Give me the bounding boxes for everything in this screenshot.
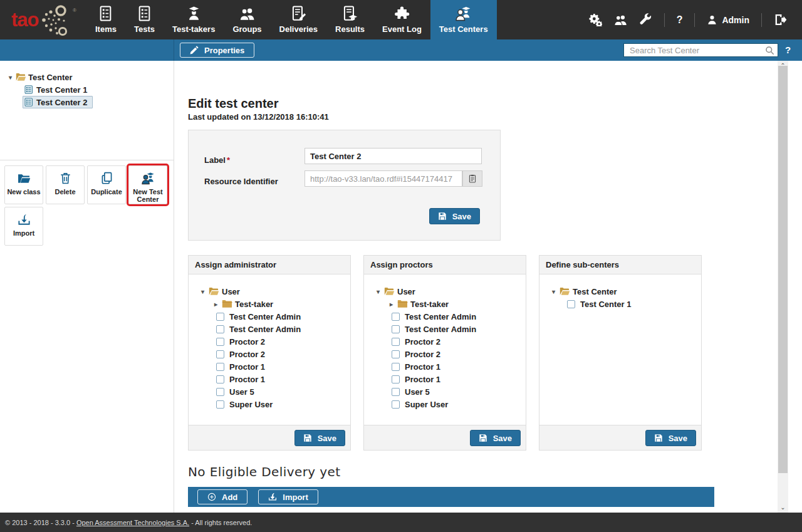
form-save-label: Save (452, 212, 471, 221)
tree-node-test-center[interactable]: ▾ Test Center (0, 71, 174, 83)
user-option-row[interactable]: Proctor 1 (216, 360, 350, 373)
nav-test-takers-label: Test-takers (172, 24, 215, 34)
nav-test-takers[interactable]: Test-takers (164, 0, 224, 39)
user-management-icon[interactable] (614, 13, 627, 26)
checkbox[interactable] (392, 375, 400, 383)
new-test-center-button[interactable]: New Test Center (128, 165, 167, 204)
nav-deliveries[interactable]: Deliveries (271, 0, 326, 39)
footer-company-link[interactable]: Open Assessment Technologies S.A. (76, 519, 189, 526)
user-option-row[interactable]: Proctor 2 (392, 335, 526, 348)
tree-node-test-center[interactable]: ▾ Test Center (550, 285, 701, 298)
checkbox[interactable] (216, 338, 224, 346)
tree-node-test-center-1[interactable]: Test Center 1 (23, 83, 93, 96)
checkbox[interactable] (567, 300, 575, 308)
checkbox[interactable] (216, 388, 224, 396)
user-option-row[interactable]: Proctor 2 (216, 335, 350, 348)
user-option-row[interactable]: Test Center Admin (392, 310, 526, 323)
assign-proctors-save-button[interactable]: Save (470, 430, 521, 446)
caret-down-icon[interactable]: ▾ (199, 288, 206, 295)
scroll-down-arrow-icon[interactable]: ⌄ (778, 503, 788, 511)
save-icon (438, 212, 447, 221)
define-sub-centers-save-button[interactable]: Save (645, 430, 696, 446)
nav-groups[interactable]: Groups (224, 0, 270, 39)
duplicate-button[interactable]: Duplicate (87, 165, 126, 204)
scrollbar-thumb[interactable] (778, 66, 788, 473)
properties-button[interactable]: Properties (180, 43, 254, 58)
import-label: Import (13, 229, 34, 237)
user-option-row[interactable]: Proctor 1 (392, 360, 526, 373)
assign-administrator-save-button[interactable]: Save (294, 430, 345, 446)
checkbox[interactable] (392, 388, 400, 396)
checkbox[interactable] (216, 400, 224, 409)
user-option-row[interactable]: Super User (392, 398, 526, 410)
user-account-menu[interactable]: Admin (707, 14, 749, 25)
eligible-delivery-heading: No Eligible Delivery yet (188, 464, 340, 479)
import-button[interactable]: Import (4, 207, 43, 246)
checkbox[interactable] (216, 325, 224, 333)
sub-center-option-row[interactable]: Test Center 1 (567, 298, 701, 310)
form-save-button[interactable]: Save (429, 208, 480, 224)
nav-items[interactable]: Items (86, 0, 125, 39)
caret-right-icon[interactable]: ▸ (212, 301, 219, 308)
nav-results-label: Results (335, 24, 365, 34)
user-option-row[interactable]: Proctor 2 (392, 348, 526, 360)
user-option-row[interactable]: Test Center Admin (216, 310, 350, 323)
checkbox[interactable] (392, 400, 400, 409)
checkbox[interactable] (216, 350, 224, 358)
edit-form-panel: Label* Test Center 2 Resource Identifier… (188, 130, 501, 241)
search-input[interactable] (628, 45, 765, 56)
checkbox[interactable] (216, 375, 224, 383)
tree-node-test-taker[interactable]: ▸ Test-taker (212, 298, 350, 310)
checkbox[interactable] (216, 363, 224, 371)
tree-node-user[interactable]: ▾ User (375, 285, 526, 298)
checkbox[interactable] (392, 363, 400, 371)
settings-gears-icon[interactable] (589, 13, 602, 26)
caret-down-icon[interactable]: ▾ (7, 74, 14, 81)
user-option-row[interactable]: Proctor 1 (216, 373, 350, 385)
tree-node-user[interactable]: ▾ User (199, 285, 350, 298)
groups-icon (239, 6, 255, 21)
user-option-row[interactable]: User 5 (392, 385, 526, 398)
checkbox[interactable] (392, 338, 400, 346)
nav-event-log[interactable]: Event Log (373, 0, 430, 39)
new-class-button[interactable]: New class (4, 165, 43, 204)
vertical-scrollbar[interactable]: ⌃ ⌄ (778, 61, 788, 513)
checkbox[interactable] (392, 313, 400, 321)
caret-down-icon[interactable]: ▾ (550, 288, 557, 295)
logout-icon[interactable] (774, 13, 787, 26)
caret-right-icon[interactable]: ▸ (388, 301, 395, 308)
delete-button[interactable]: Delete (46, 165, 85, 204)
tree-node-test-center-2-selected[interactable]: Test Center 2 (23, 96, 93, 108)
duplicate-label: Duplicate (91, 188, 122, 196)
add-delivery-button[interactable]: Add (197, 489, 247, 504)
user-option-row[interactable]: Test Center Admin (392, 323, 526, 335)
search-box (623, 43, 778, 57)
checkbox[interactable] (392, 350, 400, 358)
nav-items-label: Items (95, 24, 117, 34)
nav-results[interactable]: Results (326, 0, 373, 39)
help-icon[interactable]: ? (677, 14, 683, 26)
tao-logo[interactable]: tao ® (0, 0, 86, 39)
user-option-row[interactable]: Super User (216, 398, 350, 410)
nav-tests-label: Tests (134, 24, 155, 34)
copy-to-clipboard-button[interactable] (462, 170, 482, 187)
search-icon[interactable] (765, 46, 774, 55)
user-option-row[interactable]: Proctor 2 (216, 348, 350, 360)
user-option-row[interactable]: Test Center Admin (216, 323, 350, 335)
user-option-row[interactable]: User 5 (216, 385, 350, 398)
label-field-input[interactable]: Test Center 2 (305, 148, 482, 164)
trash-icon (59, 172, 72, 185)
new-test-center-label: New Test Center (129, 188, 167, 203)
checkbox[interactable] (392, 325, 400, 333)
last-updated-text: Last updated on 13/12/2018 16:10:41 (188, 112, 329, 122)
action-bar-divider (174, 39, 174, 61)
nav-tests[interactable]: Tests (125, 0, 164, 39)
caret-down-icon[interactable]: ▾ (375, 288, 382, 295)
nav-test-centers[interactable]: Test Centers (430, 0, 497, 39)
section-help-icon[interactable]: ? (785, 44, 791, 55)
user-option-row[interactable]: Proctor 1 (392, 373, 526, 385)
tools-wrench-icon[interactable] (639, 13, 652, 26)
checkbox[interactable] (216, 313, 224, 321)
import-delivery-button[interactable]: Import (258, 489, 318, 504)
tree-node-test-taker[interactable]: ▸ Test-taker (388, 298, 526, 310)
